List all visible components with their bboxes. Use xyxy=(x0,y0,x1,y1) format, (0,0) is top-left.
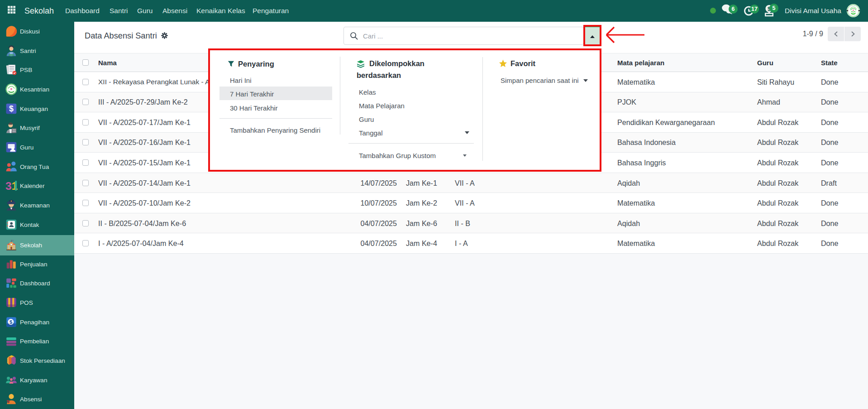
svg-text:3: 3 xyxy=(5,180,12,192)
svg-text:$: $ xyxy=(10,319,13,325)
svg-text:$: $ xyxy=(9,104,14,113)
